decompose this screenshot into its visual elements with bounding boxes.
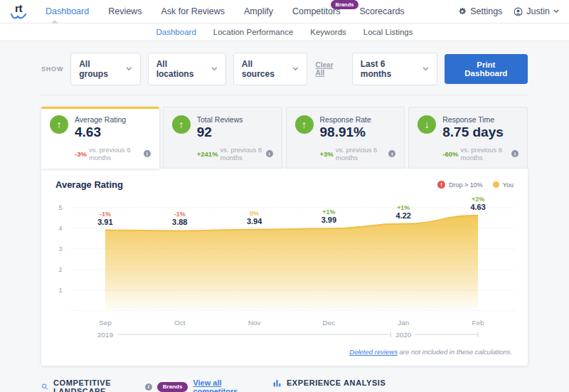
chevron-down-icon [292, 67, 299, 71]
svg-text:-1%: -1% [174, 211, 186, 218]
chart-title: Average Rating [55, 179, 123, 190]
kpi-card-response-time[interactable]: ↓ Response Time 8.75 days -60% vs. previ… [408, 107, 528, 169]
nav-item-scorecards[interactable]: Scorecards [359, 6, 404, 16]
subnav-item-dashboard[interactable]: Dashboard [156, 28, 196, 36]
bar-chart-icon [272, 378, 282, 388]
alert-circle-icon: ! [437, 181, 445, 189]
user-name: Justin [526, 6, 550, 16]
kpi-card-response-rate[interactable]: ↑ Response Rate 98.91% +3% vs. previous … [286, 107, 405, 169]
brands-badge: Brands [331, 0, 359, 9]
chart-legend: ! Drop > 10% You [437, 181, 514, 189]
filter-separator [41, 95, 528, 95]
settings-button[interactable]: Settings [458, 6, 502, 16]
legend-drop: ! Drop > 10% [437, 181, 483, 189]
svg-text:3.94: 3.94 [247, 217, 262, 226]
svg-text:+2%: +2% [472, 197, 484, 203]
svg-text:3.91: 3.91 [97, 218, 112, 226]
info-icon[interactable]: i [511, 150, 519, 157]
kpi-change: +241% vs. previous 6 months i [197, 146, 273, 161]
bottom-sections: COMPETITIVE LANDSCAPE i Brands View all … [41, 378, 528, 392]
kpi-title: Response Time [442, 115, 504, 124]
svg-text:Oct: Oct [174, 319, 186, 327]
date-range-dropdown[interactable]: Last 6 months [352, 53, 437, 85]
svg-text:Sep: Sep [99, 319, 112, 327]
active-nav-caret [51, 20, 58, 23]
filter-bar: SHOW All groups All locations All source… [41, 53, 528, 85]
logo-swoosh-icon [10, 14, 27, 20]
trend-down-icon: ↓ [418, 115, 436, 134]
kpi-change: -60% vs. previous 6 months i [442, 146, 519, 161]
app-logo[interactable]: rt [10, 3, 27, 20]
svg-text:4: 4 [59, 225, 63, 232]
svg-text:2020: 2020 [395, 331, 412, 339]
svg-text:2019: 2019 [97, 331, 114, 339]
info-icon[interactable]: i [144, 150, 151, 157]
dot-icon [493, 181, 499, 188]
subnav-item-local-listings[interactable]: Local Listings [363, 28, 413, 36]
view-all-competitors-link[interactable]: View all competitors [193, 378, 251, 392]
competitive-landscape-section: COMPETITIVE LANDSCAPE i Brands View all … [41, 378, 272, 392]
chart-footnote: Deleted reviews are not included in thes… [55, 345, 514, 360]
svg-text:2: 2 [59, 266, 63, 273]
experience-analysis-section: EXPERIENCE ANALYSIS Analysis of review s… [272, 378, 528, 392]
nav-item-ask-for-reviews[interactable]: Ask for Reviews [161, 6, 225, 16]
kpi-value: 92 [197, 125, 243, 140]
nav-item-dashboard[interactable]: Dashboard [46, 6, 89, 16]
svg-text:Jan: Jan [398, 319, 409, 327]
sources-dropdown[interactable]: All sources [233, 53, 307, 85]
user-menu[interactable]: Justin [514, 6, 559, 16]
svg-text:0%: 0% [250, 210, 259, 217]
svg-text:4.63: 4.63 [470, 203, 485, 211]
header-right: Settings Justin [458, 6, 559, 16]
kpi-change: +3% vs. previous 6 months i [320, 146, 396, 161]
section-title: COMPETITIVE LANDSCAPE [53, 378, 140, 392]
main-nav: Dashboard Reviews Ask for Reviews Amplif… [46, 6, 405, 16]
info-icon[interactable]: i [145, 383, 152, 391]
kpi-title: Average Rating [75, 115, 126, 124]
settings-label: Settings [470, 6, 502, 16]
chevron-down-icon [126, 67, 132, 71]
top-header: rt Dashboard Reviews Ask for Reviews Amp… [0, 0, 569, 23]
nav-item-amplify[interactable]: Amplify [244, 6, 273, 16]
svg-text:1: 1 [59, 287, 63, 294]
svg-text:3: 3 [59, 245, 63, 253]
gear-icon [458, 7, 467, 16]
svg-text:Feb: Feb [472, 319, 484, 327]
section-title: EXPERIENCE ANALYSIS [287, 378, 386, 387]
info-icon[interactable]: i [266, 150, 273, 157]
date-range-value: Last 6 months [361, 59, 417, 79]
kpi-title: Response Rate [320, 115, 371, 124]
chevron-down-icon [211, 67, 218, 71]
info-icon[interactable]: i [388, 150, 395, 157]
kpi-card-total-reviews[interactable]: ↑ Total Reviews 92 +241% vs. previous 6 … [163, 107, 282, 169]
svg-text:4.22: 4.22 [396, 211, 411, 220]
subnav-item-location-performance[interactable]: Location Performance [213, 28, 294, 36]
user-avatar-icon [514, 7, 523, 16]
kpi-change: -3% vs. previous 6 months i [75, 146, 151, 161]
groups-dropdown-value: All groups [79, 59, 120, 79]
subnav-item-keywords[interactable]: Keywords [310, 28, 346, 36]
nav-item-competitors[interactable]: Competitors Brands [292, 6, 340, 16]
trend-up-icon: ↑ [295, 115, 314, 134]
svg-text:3.99: 3.99 [321, 216, 336, 224]
sources-dropdown-value: All sources [242, 59, 287, 79]
kpi-value: 8.75 days [442, 125, 504, 140]
svg-text:+1%: +1% [397, 204, 410, 211]
kpi-title: Total Reviews [197, 115, 243, 124]
groups-dropdown[interactable]: All groups [70, 53, 140, 85]
svg-text:Dec: Dec [323, 319, 336, 327]
svg-text:Nov: Nov [248, 319, 261, 327]
svg-text:3.88: 3.88 [172, 218, 187, 226]
print-dashboard-button[interactable]: Print Dashboard [445, 54, 528, 84]
chevron-down-icon [553, 9, 559, 14]
average-rating-chart-card: Average Rating ! Drop > 10% You 12345-1%… [41, 169, 528, 366]
search-icon [41, 382, 48, 391]
clear-all-link[interactable]: Clear All [316, 61, 344, 77]
kpi-cards: ↑ Average Rating 4.63 -3% vs. previous 6… [41, 107, 528, 169]
kpi-card-average-rating[interactable]: ↑ Average Rating 4.63 -3% vs. previous 6… [41, 107, 159, 169]
deleted-reviews-link[interactable]: Deleted reviews [349, 348, 398, 356]
locations-dropdown[interactable]: All locations [148, 53, 226, 85]
trend-up-icon: ↑ [172, 115, 191, 134]
nav-item-reviews[interactable]: Reviews [108, 6, 142, 16]
dashboard-subnav: Dashboard Location Performance Keywords … [0, 23, 569, 41]
